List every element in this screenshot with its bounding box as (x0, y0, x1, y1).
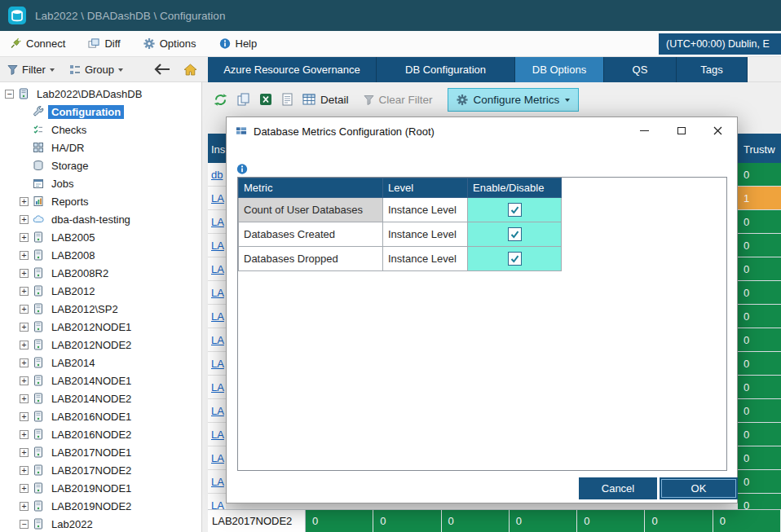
tree-item-lab2019node2[interactable]: +LAB2019NODE2 (0, 497, 201, 515)
ok-button[interactable]: OK (660, 477, 738, 499)
filter-dropdown[interactable]: Filter (7, 64, 55, 76)
expander-icon[interactable]: + (20, 502, 29, 511)
instance-link[interactable]: LA (211, 476, 224, 488)
expander-icon[interactable]: − (20, 520, 29, 529)
tree-item-lab2014node1[interactable]: +LAB2014NODE1 (0, 372, 201, 389)
configure-metrics-button[interactable]: Configure Metrics (448, 88, 580, 112)
instance-cell[interactable]: LAB2017NODE2 (208, 510, 306, 532)
instance-link[interactable]: LA (211, 499, 224, 510)
expander-icon[interactable]: + (20, 376, 29, 385)
instance-link[interactable]: LA (211, 405, 224, 417)
diff-button[interactable]: Diff (88, 37, 120, 50)
tree-item-lab2019node1[interactable]: +LAB2019NODE1 (0, 479, 201, 497)
tree-item-checks[interactable]: Checks (0, 121, 201, 138)
refresh-icon[interactable] (214, 94, 227, 105)
tree-item-lab2012[interactable]: +LAB2012 (0, 282, 201, 300)
expander-icon[interactable]: + (20, 430, 29, 439)
minimize-button[interactable] (626, 118, 663, 143)
tree-item-lab2014[interactable]: +LAB2014 (0, 354, 201, 372)
tree-item-configuration[interactable]: Configuration (0, 103, 201, 121)
detail-button[interactable]: Detail (302, 94, 349, 106)
level-cell[interactable]: Instance Level (383, 222, 468, 247)
metric-cell[interactable]: Count of User Databases (239, 198, 383, 222)
tree-item-storage[interactable]: Storage (0, 156, 201, 174)
tree-item-dba-dash-testing[interactable]: +dba-dash-testing (0, 210, 201, 228)
tree-item-lab2017node2[interactable]: +LAB2017NODE2 (0, 461, 201, 479)
tree-item-lab2012node2[interactable]: +LAB2012NODE2 (0, 336, 201, 354)
expander-icon[interactable]: + (20, 305, 29, 314)
connect-button[interactable]: Connect (10, 37, 65, 50)
expander-icon[interactable]: + (20, 233, 29, 242)
metric-cell[interactable]: Databases Dropped (239, 247, 383, 271)
tree-root[interactable]: − Lab2022\DBADashDB (0, 85, 201, 103)
expander-icon[interactable]: + (20, 341, 29, 350)
instance-link[interactable]: LA (211, 452, 224, 464)
expander-icon[interactable]: + (20, 466, 29, 475)
tree-item-lab2016node1[interactable]: +LAB2016NODE1 (0, 407, 201, 425)
trustworthy-column-header[interactable]: Trustw (738, 134, 781, 163)
instance-link[interactable]: db (211, 169, 223, 181)
home-button[interactable] (183, 64, 197, 75)
instance-column-header[interactable]: Ins (208, 134, 226, 163)
tab-azure-resource-governance[interactable]: Azure Resource Governance (208, 57, 377, 82)
instance-link[interactable]: LA (211, 263, 224, 275)
expander-icon[interactable]: + (20, 323, 29, 332)
expander-icon[interactable]: − (5, 90, 14, 99)
cancel-button[interactable]: Cancel (579, 477, 657, 499)
instance-link[interactable]: LA (211, 216, 224, 228)
metric-cell[interactable]: Databases Created (239, 222, 383, 247)
checkbox-checked[interactable] (508, 252, 522, 266)
help-button[interactable]: Help (219, 37, 258, 50)
tree-item-lab2005[interactable]: +LAB2005 (0, 228, 201, 246)
clear-filter-button[interactable]: Clear Filter (364, 94, 433, 106)
expander-icon[interactable]: + (20, 251, 29, 260)
expander-icon[interactable]: + (20, 448, 29, 457)
expander-icon[interactable]: + (20, 358, 29, 367)
instance-link[interactable]: LA (211, 334, 224, 346)
info-icon[interactable] (236, 163, 248, 174)
instance-link[interactable]: LA (211, 287, 224, 299)
tree-item-lab2017node1[interactable]: +LAB2017NODE1 (0, 443, 201, 461)
checkbox-checked[interactable] (508, 203, 522, 217)
dialog-titlebar[interactable]: Database Metrics Configuration (Root) (227, 117, 737, 145)
expander-icon[interactable]: + (20, 287, 29, 296)
timezone-selector[interactable]: (UTC+00:00) Dublin, E (659, 33, 781, 55)
excel-export-icon[interactable] (259, 94, 272, 105)
expander-icon[interactable]: + (20, 197, 29, 206)
expander-icon[interactable]: + (20, 269, 29, 278)
back-button[interactable] (154, 64, 170, 75)
level-column-header[interactable]: Level (383, 178, 468, 198)
instance-link[interactable]: LA (211, 240, 224, 252)
tree-item-reports[interactable]: +Reports (0, 192, 201, 210)
tab-qs[interactable]: QS (604, 57, 677, 82)
group-dropdown[interactable]: Group (69, 64, 123, 76)
instance-link[interactable]: LA (211, 192, 224, 204)
tab-db-options[interactable]: DB Options (515, 57, 604, 82)
expander-icon[interactable]: + (20, 412, 29, 421)
tree-item-lab2022[interactable]: −Lab2022 (0, 515, 201, 532)
report-doc-icon[interactable] (282, 94, 293, 105)
level-cell[interactable]: Instance Level (383, 198, 468, 222)
copy-icon[interactable] (237, 94, 249, 105)
enable-disable-column-header[interactable]: Enable/Disable (468, 178, 562, 198)
close-button[interactable] (699, 118, 736, 143)
tree-item-lab2008[interactable]: +LAB2008 (0, 246, 201, 264)
tree-item-lab2012-sp2[interactable]: +LAB2012\SP2 (0, 300, 201, 318)
tree-item-lab2008r2[interactable]: +LAB2008R2 (0, 264, 201, 282)
expander-icon[interactable]: + (20, 215, 29, 224)
expander-icon[interactable]: + (20, 394, 29, 403)
tree-item-lab2016node2[interactable]: +LAB2016NODE2 (0, 425, 201, 443)
tree-item-lab2012node1[interactable]: +LAB2012NODE1 (0, 318, 201, 336)
instance-link[interactable]: LA (211, 381, 224, 394)
options-button[interactable]: Options (143, 37, 196, 50)
checkbox-checked[interactable] (508, 227, 522, 241)
level-cell[interactable]: Instance Level (383, 247, 468, 271)
metric-column-header[interactable]: Metric (239, 178, 383, 198)
instance-link[interactable]: LA (211, 310, 224, 323)
maximize-button[interactable] (663, 118, 699, 143)
instance-link[interactable]: LA (211, 429, 224, 441)
expander-icon[interactable]: + (20, 484, 29, 493)
tree-item-lab2014node2[interactable]: +LAB2014NODE2 (0, 389, 201, 407)
tree-item-ha-dr[interactable]: HA/DR (0, 138, 201, 156)
tab-db-configuration[interactable]: DB Configuration (377, 57, 515, 82)
